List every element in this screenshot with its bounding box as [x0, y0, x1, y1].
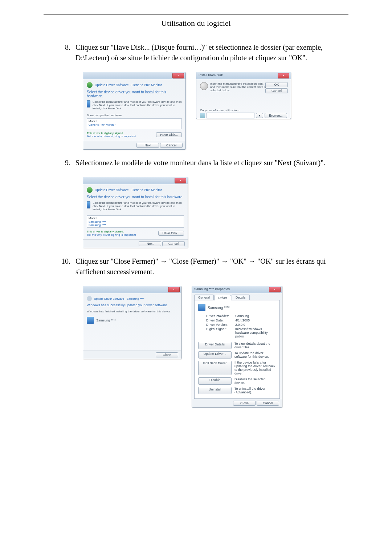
titlebar: × — [83, 72, 185, 79]
step-number: 10. — [54, 256, 75, 277]
signing-link[interactable]: Tell me why driver signing is important — [87, 233, 136, 236]
titlebar: × — [83, 177, 188, 184]
monitor-icon — [87, 317, 94, 324]
cancel-button[interactable]: Cancel — [160, 143, 183, 148]
cancel-button[interactable]: Cancel — [162, 241, 185, 246]
version-label: Driver Version: — [206, 323, 235, 327]
list-item[interactable]: Generic PnP Monitor — [89, 123, 180, 126]
dialog-update-complete: × Update Driver Software - Samsung **** … — [83, 286, 181, 359]
dialog-title: Install From Disk — [199, 73, 223, 77]
close-icon[interactable]: × — [278, 73, 289, 78]
step-9: 9. Sélectionnez le modèle de votre monit… — [0, 158, 392, 175]
cancel-button[interactable]: Cancel — [265, 88, 288, 93]
signing-link[interactable]: Tell me why driver signing is important — [87, 135, 136, 138]
dialog-install-from-disk: Install From Disk × Insert the manufactu… — [196, 72, 291, 119]
browse-button[interactable]: Browse... — [265, 113, 287, 118]
dialog-update-driver-1: × Update Driver Software - Generic PnP M… — [83, 72, 186, 150]
have-disk-button[interactable]: Have Disk... — [156, 132, 182, 137]
close-icon[interactable]: × — [175, 178, 186, 183]
list-header: Model — [89, 119, 180, 123]
titlebar: Samsung **** Properties × — [192, 286, 282, 293]
step-10: 10. Cliquez sur "Close Fermer)" → "Close… — [0, 256, 392, 284]
page-title: Utilisation du logiciel — [0, 15, 392, 31]
drive-icon — [200, 113, 205, 118]
disable-desc: Disables the selected device. — [232, 377, 276, 385]
back-icon — [87, 296, 92, 301]
signed-label: This driver is digitally signed. — [87, 230, 136, 233]
monitor-icon — [87, 201, 90, 208]
provider-value: Samsung — [235, 314, 276, 318]
version-value: 2.0.0.0 — [235, 323, 276, 327]
device-name: Samsung **** — [208, 306, 230, 310]
step-text: Cliquez sur "Have Disk... (Disque fourni… — [75, 42, 338, 63]
dropdown-icon[interactable]: ▾ — [256, 113, 263, 118]
uninstall-desc: To uninstall the driver (Advanced). — [232, 387, 276, 394]
dialog-update-driver-2: × Update Driver Software - Generic PnP M… — [83, 177, 188, 248]
close-icon[interactable]: × — [168, 287, 180, 292]
step-number: 8. — [54, 42, 75, 63]
dialog-desc: Windows has finished installing the driv… — [87, 310, 177, 313]
step-8: 8. Cliquez sur "Have Disk... (Disque fou… — [0, 42, 392, 70]
ok-button[interactable]: OK — [265, 82, 288, 87]
rollback-desc: If the device fails after updating the d… — [232, 361, 276, 375]
dialog-heading: Select the device driver you want to ins… — [87, 90, 182, 98]
copy-from-label: Copy manufacturer's files from: — [200, 109, 287, 112]
provider-label: Driver Provider: — [206, 314, 235, 318]
signer-label: Digital Signer: — [206, 327, 235, 338]
close-icon[interactable]: × — [269, 287, 281, 292]
list-item[interactable]: Samsung **** — [89, 220, 182, 223]
dialog-title: Update Driver Software - Generic PnP Mon… — [95, 188, 162, 192]
titlebar: × — [83, 286, 181, 293]
dialog-title: Update Driver Software - Samsung **** — [94, 297, 144, 300]
close-icon[interactable]: × — [172, 73, 184, 78]
step-text: Sélectionnez le modèle de votre moniteur… — [75, 158, 338, 168]
tab-details[interactable]: Details — [232, 295, 250, 300]
monitor-icon — [87, 100, 90, 108]
dialog-desc: Select the manufacturer and model of you… — [93, 100, 182, 110]
next-button[interactable]: Next — [136, 143, 159, 148]
driver-details-desc: To view details about the driver files. — [232, 342, 276, 349]
list-item[interactable]: Samsung **** — [89, 223, 182, 227]
cancel-button[interactable]: Cancel — [257, 401, 279, 406]
signer-value: microsoft windows hardware compatibility… — [235, 327, 276, 338]
close-button[interactable]: Close — [233, 401, 256, 406]
rollback-button[interactable]: Roll Back Driver — [198, 361, 232, 375]
back-icon[interactable] — [87, 82, 93, 88]
signed-label: This driver is digitally signed. — [87, 131, 136, 135]
step-text: Cliquez sur "Close Fermer)" → "Close (Fe… — [75, 256, 338, 277]
dialog-title: Update Driver Software - Generic PnP Mon… — [95, 83, 162, 87]
tab-general[interactable]: General — [194, 295, 214, 300]
dialog-title: Samsung **** Properties — [194, 287, 230, 291]
date-label: Driver Date: — [206, 319, 235, 322]
device-name: Samsung **** — [96, 319, 116, 322]
back-icon[interactable] — [87, 187, 93, 193]
model-list[interactable]: Model Generic PnP Monitor — [87, 118, 182, 129]
step-number: 9. — [54, 158, 75, 168]
driver-details-button[interactable]: Driver Details — [198, 342, 232, 349]
date-value: 4/14/2005 — [235, 319, 276, 322]
compat-checkbox-label[interactable]: Show compatible hardware — [87, 114, 182, 117]
list-header: Model — [89, 216, 182, 220]
model-list[interactable]: Model Samsung **** Samsung **** — [87, 215, 184, 228]
update-driver-button[interactable]: Update Driver... — [198, 351, 232, 358]
titlebar: Install From Disk × — [196, 72, 291, 79]
close-button[interactable]: Close — [156, 352, 178, 357]
have-disk-button[interactable]: Have Disk... — [158, 231, 184, 236]
update-driver-desc: To update the driver software for this d… — [232, 351, 276, 358]
disk-icon — [200, 82, 208, 90]
next-button[interactable]: Next — [139, 241, 161, 246]
tab-driver[interactable]: Driver — [215, 295, 231, 300]
dialog-monitor-properties: Samsung **** Properties × General Driver… — [192, 286, 282, 408]
dialog-heading: Select the device driver you want to ins… — [87, 195, 184, 199]
uninstall-button[interactable]: Uninstall — [198, 387, 232, 394]
path-input[interactable] — [207, 113, 254, 118]
dialog-desc: Select the manufacturer and model of you… — [93, 201, 184, 211]
monitor-icon — [198, 304, 205, 311]
disable-button[interactable]: Disable — [198, 377, 232, 385]
dialog-heading: Windows has successfully updated your dr… — [87, 303, 177, 307]
